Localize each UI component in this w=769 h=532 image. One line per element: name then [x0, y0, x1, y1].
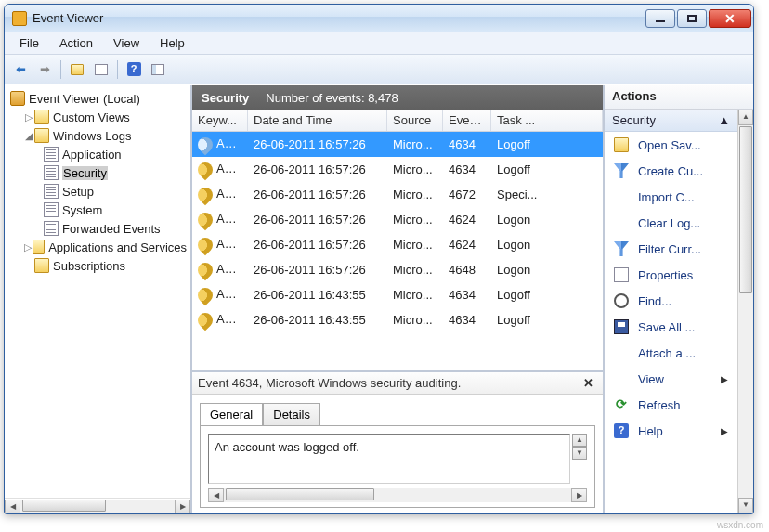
tree-subscriptions[interactable]: Subscriptions: [7, 256, 189, 275]
cell-keywords: Aud...: [192, 183, 248, 206]
scroll-up-button[interactable]: ▲: [738, 110, 753, 125]
col-task[interactable]: Task ...: [491, 110, 603, 131]
menu-action[interactable]: Action: [50, 33, 102, 53]
help-button[interactable]: ?: [124, 59, 144, 80]
expand-icon[interactable]: ▷: [23, 111, 34, 123]
col-datetime[interactable]: Date and Time: [248, 110, 387, 131]
action-properties[interactable]: Properties: [605, 262, 737, 288]
event-row[interactable]: Aud...26-06-2011 16:43:55Micro...4634Log…: [192, 282, 603, 307]
title-bar[interactable]: Event Viewer ✕: [5, 5, 753, 32]
close-button[interactable]: ✕: [709, 9, 751, 28]
actions-group-label: Security: [612, 113, 656, 127]
detail-down-button[interactable]: ▼: [572, 447, 587, 460]
scroll-left-button[interactable]: ◀: [208, 488, 224, 502]
menu-file[interactable]: File: [10, 33, 48, 53]
content-body: Event Viewer (Local) ▷Custom Views ◢Wind…: [5, 84, 753, 513]
actions-vscrollbar[interactable]: ▲ ▼: [737, 110, 753, 513]
tree-log-system[interactable]: System: [7, 201, 189, 219]
menu-view[interactable]: View: [104, 33, 149, 53]
window-title: Event Viewer: [33, 11, 644, 25]
scroll-right-button[interactable]: ▶: [175, 500, 190, 513]
cell-task: Logoff: [491, 284, 603, 305]
properties-button[interactable]: [91, 59, 111, 80]
tree-apps-services[interactable]: ▷Applications and Services: [7, 238, 189, 256]
tree-log-setup[interactable]: Setup: [7, 182, 189, 201]
toolbar: ⬅ ➡ ?: [5, 55, 753, 84]
maximize-button[interactable]: [677, 9, 707, 28]
events-pane: Security Number of events: 8,478 Keyw...…: [192, 85, 605, 513]
collapse-icon[interactable]: ▲: [718, 113, 730, 127]
action-view-submenu[interactable]: View▶: [605, 366, 737, 392]
scroll-thumb[interactable]: [739, 126, 752, 293]
scroll-track[interactable]: [20, 500, 175, 513]
col-eventid[interactable]: Event...: [443, 110, 491, 131]
panel-button[interactable]: [148, 59, 168, 80]
detail-title: Event 4634, Microsoft Windows security a…: [198, 376, 580, 390]
actions-heading: Actions: [605, 85, 753, 110]
scroll-left-button[interactable]: ◀: [5, 500, 20, 513]
action-find[interactable]: Find...: [605, 288, 737, 314]
event-row[interactable]: Aud...26-06-2011 16:57:26Micro...4634Log…: [192, 132, 603, 157]
action-refresh[interactable]: ⟳Refresh: [605, 392, 737, 418]
tab-general[interactable]: General: [200, 403, 263, 426]
collapse-icon[interactable]: ◢: [23, 130, 34, 142]
back-button[interactable]: ⬅: [10, 59, 31, 80]
forward-button[interactable]: ➡: [34, 59, 55, 80]
menu-help[interactable]: Help: [150, 33, 194, 53]
scroll-right-button[interactable]: ▶: [571, 488, 587, 502]
event-row[interactable]: Aud...26-06-2011 16:57:26Micro...4634Log…: [192, 157, 603, 182]
detail-close-button[interactable]: ✕: [580, 376, 597, 390]
col-source[interactable]: Source: [387, 110, 443, 131]
cell-keywords: Aud...: [192, 283, 248, 306]
scroll-thumb[interactable]: [226, 488, 374, 500]
tree-windows-logs[interactable]: ◢Windows Logs: [7, 126, 189, 145]
tab-details[interactable]: Details: [263, 403, 320, 426]
action-open-saved-log[interactable]: Open Sav...: [605, 132, 737, 158]
tree-log-application[interactable]: Application: [7, 145, 189, 163]
action-create-custom-view[interactable]: Create Cu...: [605, 158, 737, 184]
tree-custom-views[interactable]: ▷Custom Views: [7, 108, 189, 126]
tree-log-forwarded[interactable]: Forwarded Events: [7, 219, 189, 238]
tree-log-security[interactable]: Security: [7, 163, 189, 182]
blank-icon: [614, 345, 629, 360]
help-icon: ?: [614, 423, 629, 438]
tree-root[interactable]: Event Viewer (Local): [7, 89, 189, 108]
event-row[interactable]: Aud...26-06-2011 16:43:55Micro...4634Log…: [192, 307, 603, 332]
cell-eventid: 4634: [443, 284, 491, 305]
event-row[interactable]: Aud...26-06-2011 16:57:26Micro...4648Log…: [192, 257, 603, 282]
cell-source: Micro...: [387, 209, 443, 230]
scroll-track[interactable]: [224, 488, 571, 502]
action-filter-log[interactable]: Filter Curr...: [605, 236, 737, 262]
detail-up-button[interactable]: ▲: [572, 434, 587, 447]
scroll-down-button[interactable]: ▼: [738, 498, 753, 513]
key-icon: [195, 309, 216, 331]
action-help-submenu[interactable]: ?Help▶: [605, 418, 737, 444]
col-keywords[interactable]: Keyw...: [192, 110, 248, 131]
minimize-button[interactable]: [645, 9, 675, 28]
cell-datetime: 26-06-2011 16:57:26: [248, 184, 387, 205]
grid-body[interactable]: Aud...26-06-2011 16:57:26Micro...4634Log…: [192, 132, 603, 370]
action-attach-task[interactable]: Attach a ...: [605, 340, 737, 366]
actions-group-header[interactable]: Security ▲: [605, 110, 737, 132]
toolbar-separator: [117, 60, 118, 79]
event-row[interactable]: Aud...26-06-2011 16:57:26Micro...4672Spe…: [192, 182, 603, 207]
event-row[interactable]: Aud...26-06-2011 16:57:26Micro...4624Log…: [192, 232, 603, 257]
expand-icon[interactable]: ▷: [23, 241, 33, 253]
nav-tree[interactable]: Event Viewer (Local) ▷Custom Views ◢Wind…: [5, 85, 190, 498]
cell-datetime: 26-06-2011 16:57:26: [248, 234, 387, 255]
key-icon: [195, 209, 216, 230]
cell-task: Logoff: [491, 134, 603, 155]
show-hide-tree-button[interactable]: [67, 59, 87, 80]
refresh-icon: ⟳: [614, 397, 629, 412]
event-row[interactable]: Aud...26-06-2011 16:57:26Micro...4624Log…: [192, 207, 603, 232]
cell-keywords: Aud...: [192, 208, 248, 231]
detail-header: Event 4634, Microsoft Windows security a…: [192, 372, 603, 395]
action-clear-log[interactable]: Clear Log...: [605, 210, 737, 236]
cell-eventid: 4634: [443, 309, 491, 331]
action-save-all[interactable]: Save All ...: [605, 314, 737, 340]
tree-hscrollbar[interactable]: ◀ ▶: [5, 498, 190, 513]
blank-icon: [614, 189, 629, 204]
action-import-custom-view[interactable]: Import C...: [605, 184, 737, 210]
scroll-thumb[interactable]: [22, 500, 106, 512]
detail-hscrollbar[interactable]: ◀ ▶: [208, 487, 587, 503]
